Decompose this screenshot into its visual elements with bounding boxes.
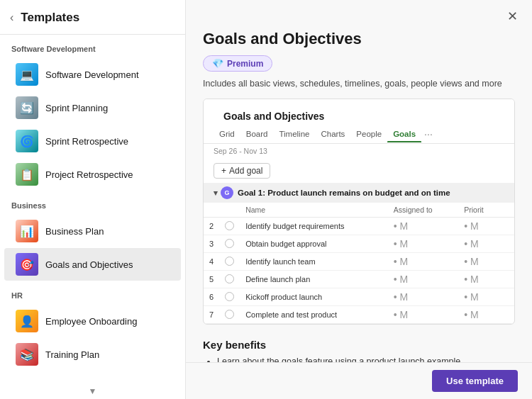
tab-grid[interactable]: Grid <box>214 126 240 142</box>
add-goal-button[interactable]: + Add goal <box>214 163 270 179</box>
back-icon: ‹ <box>10 11 13 24</box>
sidebar-item-employee-onboarding[interactable]: 👤 Employee Onboarding <box>4 305 181 337</box>
sidebar-item-training-plan-label: Training Plan <box>45 349 99 360</box>
col-circle-header <box>219 203 240 218</box>
benefits-title: Key benefits <box>203 339 515 351</box>
row-assigned: • M <box>388 218 458 235</box>
row-assigned: • M <box>388 235 458 253</box>
goal-avatar: G <box>221 186 233 199</box>
row-num: 3 <box>204 235 219 253</box>
sidebar-item-business-plan-label: Business Plan <box>45 226 104 237</box>
sidebar-content: Software Development 💻 Software Developm… <box>0 35 185 399</box>
preview-add-goal-area: + Add goal <box>204 159 514 183</box>
sidebar-item-business-plan[interactable]: 📊 Business Plan <box>4 215 181 247</box>
tab-timeline[interactable]: Timeline <box>273 126 315 142</box>
sidebar-item-software-dev-label: Software Development <box>45 69 139 80</box>
sidebar-item-training-plan[interactable]: 📚 Training Plan <box>4 338 181 371</box>
sidebar-item-goals[interactable]: 🎯 Goals and Objectives <box>4 248 181 281</box>
preview-date-range: Sep 26 - Nov 13 <box>204 144 514 159</box>
col-name-header: Name <box>240 203 388 218</box>
row-check <box>219 218 240 235</box>
goals-icon: 🎯 <box>16 253 38 276</box>
row-num: 6 <box>204 288 219 306</box>
row-num: 7 <box>204 306 219 324</box>
row-priority: • M <box>458 271 514 288</box>
row-priority: • M <box>458 288 514 306</box>
business-plan-icon: 📊 <box>16 220 38 242</box>
table-row: 3 Obtain budget approval • M • M <box>204 235 514 253</box>
preview-card: Goals and Objectives Grid Board Timeline… <box>203 99 515 325</box>
preview-card-header: Goals and Objectives <box>204 99 514 122</box>
table-row: 7 Complete and test product • M • M <box>204 306 514 324</box>
project-retro-icon: 📋 <box>16 163 38 186</box>
row-check <box>219 235 240 253</box>
training-plan-icon: 📚 <box>16 343 38 366</box>
col-assigned-header: Assigned to <box>388 203 458 218</box>
row-assigned: • M <box>388 288 458 306</box>
chevron-down-icon: ▾ <box>214 189 218 198</box>
preview-table: Name Assigned to Priorit 2 Identify budg… <box>204 203 514 324</box>
table-row: 4 Identify launch team • M • M <box>204 253 514 271</box>
preview-goal-header: ▾ G Goal 1: Product launch remains on bu… <box>204 183 514 203</box>
row-name: Obtain budget approval <box>240 235 388 253</box>
main-footer: Use template <box>186 362 532 399</box>
preview-card-title: Goals and Objectives <box>223 111 324 122</box>
sidebar-item-goals-label: Goals and Objectives <box>45 259 133 270</box>
tab-goals[interactable]: Goals <box>387 126 421 142</box>
sidebar-item-project-retro-label: Project Retrospective <box>45 169 133 180</box>
use-template-button[interactable]: Use template <box>432 370 518 392</box>
col-num-header <box>204 203 219 218</box>
benefits-section: Key benefits Learn about the goals featu… <box>203 336 515 362</box>
row-name: Identify launch team <box>240 253 388 271</box>
row-check <box>219 306 240 324</box>
row-check <box>219 253 240 271</box>
preview-tabs: Grid Board Timeline Charts People Goals … <box>204 125 514 144</box>
employee-onboarding-icon: 👤 <box>16 310 38 332</box>
row-assigned: • M <box>388 271 458 288</box>
section-label-business: Business <box>0 191 185 214</box>
col-priority-header: Priorit <box>458 203 514 218</box>
benefits-list: Learn about the goals feature using a pr… <box>203 356 515 362</box>
sidebar-title: Templates <box>21 11 79 25</box>
template-description: Includes all basic views, schedules, tim… <box>203 79 515 89</box>
row-num: 5 <box>204 271 219 288</box>
sidebar-item-employee-onboarding-label: Employee Onboarding <box>45 316 137 327</box>
row-priority: • M <box>458 235 514 253</box>
row-name: Kickoff product launch <box>240 288 388 306</box>
row-num: 4 <box>204 253 219 271</box>
sidebar-item-sprint-planning-label: Sprint Planning <box>45 103 108 113</box>
sidebar-item-sprint-planning[interactable]: 🔄 Sprint Planning <box>4 91 181 124</box>
table-row: 2 Identify budget requirements • M • M <box>204 218 514 235</box>
sprint-retro-icon: 🌀 <box>16 130 38 152</box>
premium-badge: 💎 Premium <box>203 55 272 72</box>
row-name: Complete and test product <box>240 306 388 324</box>
row-check <box>219 271 240 288</box>
main-body: Goals and Objectives 💎 Premium Includes … <box>186 30 532 362</box>
row-name: Define launch plan <box>240 271 388 288</box>
close-button[interactable]: ✕ <box>503 7 522 26</box>
add-goal-label: Add goal <box>229 166 262 176</box>
sidebar-item-sprint-retro[interactable]: 🌀 Sprint Retrospective <box>4 125 181 157</box>
sidebar: ‹ Templates Software Development 💻 Softw… <box>0 0 186 399</box>
row-assigned: • M <box>388 253 458 271</box>
row-priority: • M <box>458 253 514 271</box>
scroll-down-arrow: ▼ <box>89 386 97 396</box>
sidebar-item-project-retro[interactable]: 📋 Project Retrospective <box>4 158 181 191</box>
goal-header-text: Goal 1: Product launch remains on budget… <box>238 189 450 197</box>
sidebar-item-software-dev[interactable]: 💻 Software Development <box>4 58 181 91</box>
row-priority: • M <box>458 218 514 235</box>
sprint-planning-icon: 🔄 <box>16 96 38 119</box>
row-assigned: • M <box>388 306 458 324</box>
row-check <box>219 288 240 306</box>
tab-charts[interactable]: Charts <box>315 126 350 142</box>
tab-people[interactable]: People <box>350 126 387 142</box>
table-row: 5 Define launch plan • M • M <box>204 271 514 288</box>
add-goal-plus-icon: + <box>221 166 226 176</box>
back-button[interactable]: ‹ <box>9 10 15 26</box>
main-header: ✕ <box>186 0 532 30</box>
preview-header-row: Goals and Objectives <box>214 106 504 122</box>
row-priority: • M <box>458 306 514 324</box>
tab-board[interactable]: Board <box>240 126 274 142</box>
tab-more-icon[interactable]: ··· <box>421 125 436 143</box>
row-num: 2 <box>204 218 219 235</box>
